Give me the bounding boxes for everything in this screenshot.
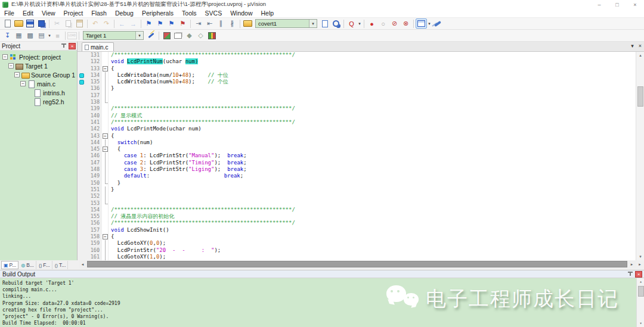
download-flash-icon[interactable]: ↧ xyxy=(2,30,13,41)
code-editor[interactable]: 131/************************************… xyxy=(78,52,644,260)
menu-peripherals[interactable]: Peripherals xyxy=(138,9,178,18)
fold-collapse-icon[interactable]: − xyxy=(103,133,108,139)
build-icon[interactable]: ▦ xyxy=(13,30,24,41)
find-in-files-icon[interactable] xyxy=(319,18,330,29)
stop-build-icon[interactable]: ■ xyxy=(52,30,63,41)
uncomment-icon[interactable]: ∦ xyxy=(227,18,238,29)
close-icon[interactable]: × xyxy=(635,271,642,278)
breakpoint-disabled-icon[interactable]: ○ xyxy=(377,18,389,29)
flash-diamond-icon[interactable]: ◆ xyxy=(184,30,195,41)
target-combo[interactable]: Target 1▾ xyxy=(83,31,144,40)
menu-project[interactable]: Project xyxy=(60,9,88,18)
hscrollbar-thumb[interactable] xyxy=(87,261,627,267)
find-next-icon[interactable] xyxy=(330,18,342,29)
scrollbar-thumb[interactable] xyxy=(638,286,644,297)
manage-books-icon[interactable] xyxy=(172,30,184,41)
undo-icon[interactable]: ↶ xyxy=(89,18,101,29)
menu-tools[interactable]: Tools xyxy=(178,9,201,18)
save-all-icon[interactable] xyxy=(36,18,47,29)
redo-icon[interactable]: ↷ xyxy=(101,18,112,29)
wrench-icon[interactable] xyxy=(432,18,443,29)
menu-edit[interactable]: Edit xyxy=(18,9,38,18)
vertical-scrollbar[interactable]: ▴ ▾ xyxy=(636,52,644,260)
window-layout-icon[interactable] xyxy=(416,18,427,29)
build-scrollbar[interactable]: ▴ ▾ xyxy=(636,278,644,327)
fold-margin[interactable]: − xyxy=(102,66,109,72)
scroll-left-icon[interactable]: ◂ xyxy=(79,260,86,268)
menu-file[interactable]: File xyxy=(0,9,18,18)
bookmark-clear-icon[interactable]: ⚑ xyxy=(177,18,188,29)
bookmark-toggle-icon[interactable]: ⚑ xyxy=(143,18,154,29)
outdent-icon[interactable]: ⇤ xyxy=(204,18,215,29)
debug-search-icon[interactable]: Q xyxy=(346,18,357,29)
menu-view[interactable]: View xyxy=(38,9,60,18)
tree-expander-icon[interactable]: − xyxy=(8,63,14,68)
cut-icon[interactable]: ✂ xyxy=(51,18,63,29)
flash-diamond2-icon[interactable]: ◇ xyxy=(195,30,206,41)
breakpoint-icon[interactable]: ● xyxy=(366,18,377,29)
bookmark-prev-icon[interactable]: ⚑ xyxy=(154,18,166,29)
pack-installer-icon[interactable] xyxy=(206,30,218,41)
tree-expander-icon[interactable]: − xyxy=(14,72,20,77)
tree-item-main-c[interactable]: −main.c xyxy=(0,79,77,88)
rebuild-icon[interactable]: ▩ xyxy=(24,30,36,41)
menu-svcs[interactable]: SVCS xyxy=(201,9,227,18)
menu-window[interactable]: Window xyxy=(226,9,256,18)
options-target-icon[interactable] xyxy=(145,30,157,41)
chevron-down-icon[interactable]: ▾ xyxy=(357,21,362,26)
save-icon[interactable] xyxy=(24,18,36,29)
fold-margin[interactable]: − xyxy=(102,233,109,240)
nav-back-icon[interactable]: ← xyxy=(116,18,128,29)
project-tree[interactable]: −Project: project−Target 1−Source Group … xyxy=(0,51,77,260)
comment-icon[interactable]: ∥ xyxy=(215,18,227,29)
tab-list-dropdown-icon[interactable]: ▾ xyxy=(631,43,634,49)
copy-icon[interactable] xyxy=(63,18,74,29)
tree-expander-icon[interactable]: − xyxy=(20,81,26,86)
open-folder-icon[interactable] xyxy=(13,18,24,29)
scroll-down-icon[interactable]: ▾ xyxy=(636,253,644,260)
tree-item-target-1[interactable]: −Target 1 xyxy=(0,61,77,70)
scroll-down-icon[interactable]: ▾ xyxy=(637,320,644,327)
dock-tab-templates[interactable]: ()T... xyxy=(53,261,69,269)
tab-close-icon[interactable]: × xyxy=(639,43,642,49)
chevron-down-icon[interactable]: ▾ xyxy=(427,21,432,26)
indent-icon[interactable]: ⇥ xyxy=(193,18,204,29)
chevron-down-icon[interactable]: ▾ xyxy=(47,33,52,38)
chevron-down-icon[interactable]: ▾ xyxy=(135,32,143,39)
breakpoint-kill-all-icon[interactable]: ⊗ xyxy=(400,18,411,29)
new-file-icon[interactable] xyxy=(2,18,13,29)
dock-tab-project[interactable]: ▣P... xyxy=(1,261,18,269)
scroll-up-icon[interactable]: ▴ xyxy=(637,278,644,285)
bookmark-next-icon[interactable]: ⚑ xyxy=(166,18,177,29)
tree-item-reg52-h[interactable]: reg52.h xyxy=(0,97,77,106)
dock-tab-functions[interactable]: {}F... xyxy=(37,261,52,269)
fold-margin[interactable]: − xyxy=(102,133,109,139)
close-button[interactable]: × xyxy=(626,0,644,9)
tree-item-project-project[interactable]: −Project: project xyxy=(0,52,77,61)
fold-collapse-icon[interactable]: − xyxy=(103,234,108,239)
menu-debug[interactable]: Debug xyxy=(111,9,138,18)
fold-margin[interactable]: − xyxy=(102,146,109,152)
minimize-button[interactable]: – xyxy=(590,0,608,9)
pin-icon[interactable] xyxy=(60,42,67,49)
scroll-up-icon[interactable]: ▴ xyxy=(636,52,644,59)
tree-expander-icon[interactable]: − xyxy=(2,54,8,60)
paste-icon[interactable] xyxy=(74,18,85,29)
nav-forward-icon[interactable]: → xyxy=(128,18,139,29)
dock-tab-books[interactable]: ◍B... xyxy=(19,261,36,269)
pin-icon[interactable] xyxy=(627,270,634,278)
maximize-button[interactable]: □ xyxy=(608,0,626,9)
tree-item-intrins-h[interactable]: intrins.h xyxy=(0,88,77,97)
scroll-right-icon[interactable]: ▸ xyxy=(628,260,636,268)
search-combo[interactable]: covert1▾ xyxy=(255,19,317,28)
batch-build-icon[interactable]: ▤ xyxy=(36,30,47,41)
scrollbar-thumb[interactable] xyxy=(637,86,643,107)
horizontal-scrollbar[interactable]: ◂ ▸ xyxy=(79,260,636,268)
close-icon[interactable]: × xyxy=(69,43,76,49)
manage-components-icon[interactable] xyxy=(161,30,172,41)
tab-main-c[interactable]: main.c xyxy=(82,42,114,51)
tree-item-source-group-1[interactable]: −Source Group 1 xyxy=(0,70,77,79)
load-debug-icon[interactable]: LOAD xyxy=(67,32,77,39)
scroll-corner-icon[interactable]: ▸ xyxy=(636,260,644,268)
chevron-down-icon[interactable]: ▾ xyxy=(309,20,317,27)
